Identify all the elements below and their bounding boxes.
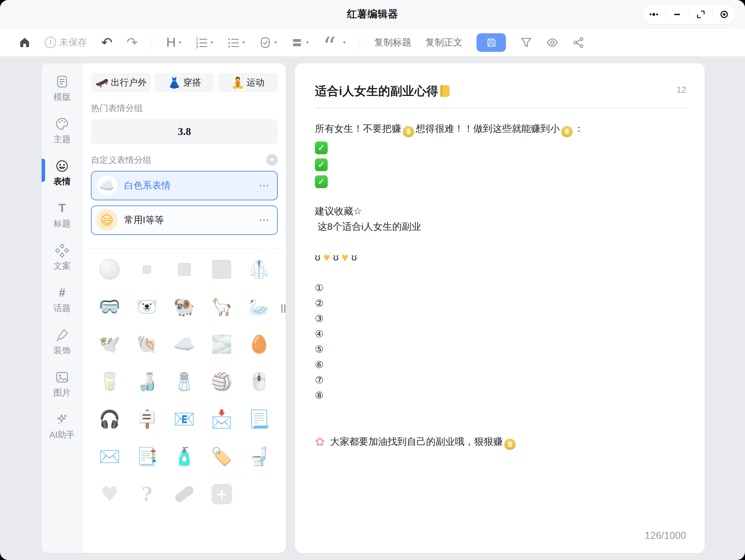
panel-resize-handle[interactable]: [281, 304, 286, 313]
home-icon: [19, 36, 31, 48]
sidebar-item-theme[interactable]: 主题: [42, 117, 83, 159]
save-button[interactable]: [477, 33, 506, 52]
editor-line[interactable]: ✓: [315, 154, 686, 171]
grid-cell-white-circle[interactable]: [91, 251, 128, 288]
sidebar-item-template[interactable]: 模版: [42, 74, 83, 117]
quote-menu[interactable]: “ ▾: [323, 36, 346, 49]
grid-cell-white-small-square[interactable]: [128, 251, 166, 288]
redo-button[interactable]: ↷: [126, 36, 138, 49]
editor-line[interactable]: ②: [315, 296, 686, 311]
grid-cell-polar-bear[interactable]: 🐻‍❄️: [128, 288, 166, 325]
add-emoji-button[interactable]: +: [212, 484, 232, 504]
editor-line[interactable]: ✿ 大家都要加油找到自己的副业哦，狠狠赚$: [315, 434, 686, 450]
sidebar-item-image[interactable]: 图片: [42, 370, 83, 412]
grid-cell-lotion-bottle[interactable]: 🧴: [166, 438, 203, 475]
grid-cell-cloud[interactable]: ☁️: [166, 325, 203, 363]
emoji-group-1[interactable]: 😃常用I等等•••: [91, 205, 278, 235]
heading-menu[interactable]: H ▾: [166, 36, 181, 49]
more-options-icon[interactable]: •••: [260, 182, 269, 190]
grid-cell-fog[interactable]: 🌫️: [203, 325, 240, 363]
grid-cell-volleyball[interactable]: 🏐: [203, 363, 240, 400]
sidebar-item-copywriting[interactable]: 文案: [42, 243, 83, 286]
grid-cell-e-mail[interactable]: 📧: [166, 400, 203, 438]
editor-body[interactable]: 所有女生！不要把赚$想得很难！！做到这些就能赚到小$：✓✓✓ 建议收藏☆ 这8个…: [315, 121, 686, 450]
grid-cell-sake[interactable]: 🍶: [128, 363, 166, 400]
grid-cell-envelope-with-arrow[interactable]: 📩: [203, 400, 240, 438]
sidebar-item-decoration[interactable]: 装饰: [42, 328, 83, 370]
fullscreen-button[interactable]: [690, 4, 711, 24]
editor-line[interactable]: 这8个适合i人女生的副业: [315, 219, 686, 234]
minimize-button[interactable]: [667, 4, 687, 24]
copy-title-button[interactable]: 复制标题: [374, 36, 411, 49]
more-options-button[interactable]: [644, 4, 664, 24]
grid-cell-headphone[interactable]: 🎧: [91, 400, 128, 438]
editor-line[interactable]: ①: [315, 280, 686, 296]
editor-line[interactable]: ⑧: [315, 388, 686, 403]
undo-icon: ↶: [101, 36, 112, 49]
sidebar-item-emoji[interactable]: 表情: [42, 159, 83, 201]
add-group-button[interactable]: +: [266, 154, 278, 166]
emoji-category-chip-2[interactable]: 🧘运动: [218, 73, 278, 92]
grid-cell-envelope[interactable]: ✉️: [91, 438, 128, 475]
grid-cell-goggles[interactable]: 🥽: [91, 288, 128, 325]
editor-line[interactable]: [315, 265, 686, 280]
grid-cell-glass-of-milk[interactable]: 🥛: [91, 363, 128, 400]
editor-line[interactable]: 建议收藏☆: [315, 203, 686, 219]
editor-line[interactable]: [315, 188, 686, 203]
grid-cell-placard[interactable]: 🪧: [128, 400, 166, 438]
hot-group-item[interactable]: 3.8: [91, 119, 278, 144]
editor-line[interactable]: [315, 234, 686, 250]
grid-cell-lab-coat[interactable]: 🥼: [240, 251, 278, 288]
grid-cell-page-with-curl[interactable]: 📃: [240, 400, 278, 438]
emoji-category-chip-1[interactable]: 👗穿搭: [154, 73, 215, 92]
editor-line[interactable]: ⑦: [315, 372, 686, 388]
checkbox-icon: [259, 36, 271, 48]
copy-body-button[interactable]: 复制正文: [425, 36, 462, 49]
editor-line[interactable]: ⑤: [315, 342, 686, 357]
filter-button[interactable]: [520, 36, 532, 48]
sidebar-item-heading[interactable]: T标题: [42, 201, 83, 243]
editor-line[interactable]: 所有女生！不要把赚$想得很难！！做到这些就能赚到小$：: [315, 121, 686, 137]
editor-line[interactable]: [315, 403, 686, 419]
grid-cell-adhesive-bandage[interactable]: [166, 475, 203, 513]
ordered-list-menu[interactable]: 123 ▾: [196, 36, 214, 48]
emoji-group-0[interactable]: ☁️白色系表情•••: [91, 171, 278, 200]
sidebar-item-ai-assistant[interactable]: AI助手: [42, 412, 83, 454]
editor-line[interactable]: ✓: [315, 171, 686, 188]
grid-cell-spiral-shell[interactable]: 🐚: [128, 325, 166, 363]
salt-emoji: 🧂: [173, 373, 195, 390]
record-button[interactable]: [714, 4, 735, 24]
grid-cell-white-medium-small-square[interactable]: [166, 251, 203, 288]
grid-cell-add-emoji[interactable]: +: [203, 475, 240, 513]
more-options-icon[interactable]: •••: [260, 216, 269, 224]
grid-cell-llama[interactable]: 🦙: [203, 288, 240, 325]
editor-line[interactable]: ʊ♥ʊ♥ʊ: [315, 250, 686, 265]
home-button[interactable]: [19, 36, 31, 48]
grid-cell-white-heart[interactable]: ♥: [91, 475, 128, 513]
bullet-list-menu[interactable]: ▾: [227, 36, 245, 48]
editor-line[interactable]: ✓: [315, 137, 686, 154]
editor-title[interactable]: 适合i人女生的副业心得: [315, 83, 450, 99]
grid-cell-dove[interactable]: 🕊️: [91, 325, 128, 363]
editor-line[interactable]: ⑥: [315, 357, 686, 372]
sidebar-item-topic[interactable]: #话题: [42, 286, 83, 328]
editor-line[interactable]: [315, 419, 686, 434]
grid-cell-white-question-mark[interactable]: ?: [128, 475, 166, 513]
grid-cell-ram[interactable]: 🐏: [166, 288, 203, 325]
grid-cell-swan[interactable]: 🦢: [240, 288, 278, 325]
grid-cell-bookmark-tabs[interactable]: 📑: [128, 438, 166, 475]
grid-cell-white-large-square[interactable]: [203, 251, 240, 288]
editor-line[interactable]: ④: [315, 326, 686, 342]
paragraph-menu[interactable]: ▾: [291, 36, 309, 48]
grid-cell-label-tag[interactable]: 🏷️: [203, 438, 240, 475]
checkbox-menu[interactable]: ▾: [259, 36, 277, 48]
editor-line[interactable]: ③: [315, 311, 686, 326]
grid-cell-egg[interactable]: 🥚: [240, 325, 278, 363]
preview-button[interactable]: [546, 36, 558, 48]
emoji-category-chip-0[interactable]: 🛹出行户外: [91, 73, 151, 92]
grid-cell-salt[interactable]: 🧂: [166, 363, 203, 400]
grid-cell-computer-mouse[interactable]: 🖱️: [240, 363, 278, 400]
share-button[interactable]: [573, 36, 585, 48]
undo-button[interactable]: ↶: [101, 36, 112, 49]
grid-cell-toilet[interactable]: 🚽: [240, 438, 278, 475]
